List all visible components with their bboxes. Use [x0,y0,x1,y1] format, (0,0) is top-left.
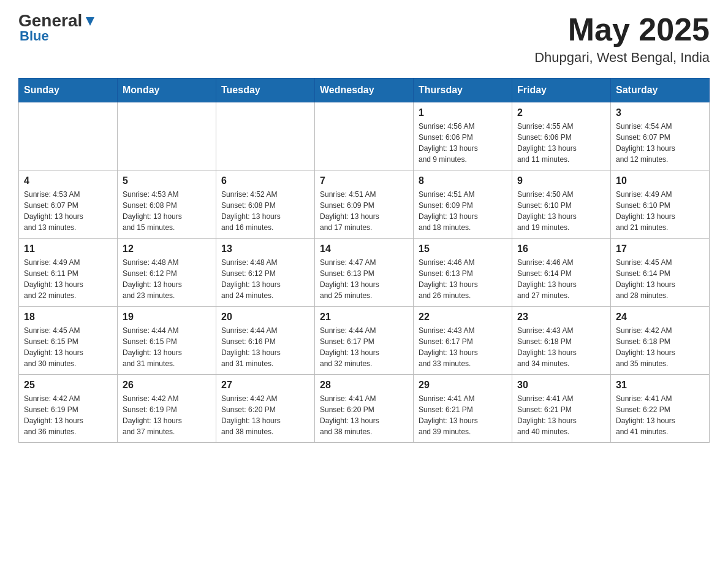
calendar-cell: 2Sunrise: 4:55 AMSunset: 6:06 PMDaylight… [512,102,611,170]
calendar-cell: 16Sunrise: 4:46 AMSunset: 6:14 PMDayligh… [512,239,611,307]
logo: General Blue [18,12,97,44]
day-info: Sunrise: 4:49 AMSunset: 6:10 PMDaylight:… [616,189,704,233]
day-info: Sunrise: 4:54 AMSunset: 6:07 PMDaylight:… [616,121,704,165]
weekday-header-thursday: Thursday [414,79,512,102]
day-info: Sunrise: 4:46 AMSunset: 6:14 PMDaylight:… [517,257,605,301]
calendar-cell: 17Sunrise: 4:45 AMSunset: 6:14 PMDayligh… [611,239,710,307]
day-number: 27 [221,380,309,391]
day-info: Sunrise: 4:43 AMSunset: 6:17 PMDaylight:… [419,325,507,369]
day-number: 7 [320,175,408,186]
day-info: Sunrise: 4:53 AMSunset: 6:07 PMDaylight:… [24,189,112,233]
calendar-cell: 3Sunrise: 4:54 AMSunset: 6:07 PMDaylight… [611,102,710,170]
calendar-cell: 4Sunrise: 4:53 AMSunset: 6:07 PMDaylight… [19,170,118,239]
day-info: Sunrise: 4:56 AMSunset: 6:06 PMDaylight:… [419,121,507,165]
calendar-cell: 21Sunrise: 4:44 AMSunset: 6:17 PMDayligh… [315,307,414,375]
logo-triangle-icon [83,15,97,28]
calendar-cell: 9Sunrise: 4:50 AMSunset: 6:10 PMDaylight… [512,170,611,239]
calendar-cell: 24Sunrise: 4:42 AMSunset: 6:18 PMDayligh… [611,307,710,375]
calendar-cell [315,102,414,170]
calendar-cell: 20Sunrise: 4:44 AMSunset: 6:16 PMDayligh… [216,307,315,375]
calendar-cell: 5Sunrise: 4:53 AMSunset: 6:08 PMDaylight… [118,170,216,239]
day-number: 10 [616,175,704,186]
day-number: 2 [517,107,605,118]
logo-general-text: General [18,12,82,29]
day-number: 24 [616,312,704,323]
day-number: 19 [123,312,211,323]
day-info: Sunrise: 4:41 AMSunset: 6:21 PMDaylight:… [517,393,605,437]
calendar-cell: 10Sunrise: 4:49 AMSunset: 6:10 PMDayligh… [611,170,710,239]
subtitle: Dhupgari, West Bengal, India [534,50,710,66]
calendar-cell: 6Sunrise: 4:52 AMSunset: 6:08 PMDaylight… [216,170,315,239]
day-info: Sunrise: 4:48 AMSunset: 6:12 PMDaylight:… [221,257,309,301]
day-info: Sunrise: 4:41 AMSunset: 6:22 PMDaylight:… [616,393,704,437]
day-info: Sunrise: 4:42 AMSunset: 6:19 PMDaylight:… [24,393,112,437]
day-info: Sunrise: 4:42 AMSunset: 6:18 PMDaylight:… [616,325,704,369]
calendar-cell: 18Sunrise: 4:45 AMSunset: 6:15 PMDayligh… [19,307,118,375]
weekday-header-saturday: Saturday [611,79,710,102]
calendar-cell: 8Sunrise: 4:51 AMSunset: 6:09 PMDaylight… [414,170,512,239]
day-number: 17 [616,243,704,255]
day-number: 12 [123,243,211,255]
calendar-week-3: 11Sunrise: 4:49 AMSunset: 6:11 PMDayligh… [19,239,710,307]
calendar-cell [118,102,216,170]
day-number: 14 [320,243,408,255]
weekday-header-friday: Friday [512,79,611,102]
day-number: 30 [517,380,605,391]
day-info: Sunrise: 4:48 AMSunset: 6:12 PMDaylight:… [123,257,211,301]
calendar-cell: 14Sunrise: 4:47 AMSunset: 6:13 PMDayligh… [315,239,414,307]
calendar-table: SundayMondayTuesdayWednesdayThursdayFrid… [18,78,710,443]
day-number: 31 [616,380,704,391]
day-info: Sunrise: 4:47 AMSunset: 6:13 PMDaylight:… [320,257,408,301]
calendar-cell: 19Sunrise: 4:44 AMSunset: 6:15 PMDayligh… [118,307,216,375]
calendar-week-5: 25Sunrise: 4:42 AMSunset: 6:19 PMDayligh… [19,375,710,443]
weekday-header-tuesday: Tuesday [216,79,315,102]
day-number: 1 [419,107,507,118]
day-number: 29 [419,380,507,391]
day-number: 18 [24,312,112,323]
weekday-header-row: SundayMondayTuesdayWednesdayThursdayFrid… [19,79,710,102]
day-number: 11 [24,243,112,255]
calendar-cell: 11Sunrise: 4:49 AMSunset: 6:11 PMDayligh… [19,239,118,307]
page-header: General Blue May 2025 Dhupgari, West Ben… [18,12,710,66]
weekday-header-monday: Monday [118,79,216,102]
calendar-cell: 7Sunrise: 4:51 AMSunset: 6:09 PMDaylight… [315,170,414,239]
day-info: Sunrise: 4:50 AMSunset: 6:10 PMDaylight:… [517,189,605,233]
day-info: Sunrise: 4:55 AMSunset: 6:06 PMDaylight:… [517,121,605,165]
day-info: Sunrise: 4:44 AMSunset: 6:15 PMDaylight:… [123,325,211,369]
calendar-week-4: 18Sunrise: 4:45 AMSunset: 6:15 PMDayligh… [19,307,710,375]
day-number: 4 [24,175,112,186]
calendar-week-2: 4Sunrise: 4:53 AMSunset: 6:07 PMDaylight… [19,170,710,239]
calendar-cell: 12Sunrise: 4:48 AMSunset: 6:12 PMDayligh… [118,239,216,307]
day-info: Sunrise: 4:46 AMSunset: 6:13 PMDaylight:… [419,257,507,301]
weekday-header-wednesday: Wednesday [315,79,414,102]
calendar-cell: 29Sunrise: 4:41 AMSunset: 6:21 PMDayligh… [414,375,512,443]
day-info: Sunrise: 4:41 AMSunset: 6:20 PMDaylight:… [320,393,408,437]
calendar-week-1: 1Sunrise: 4:56 AMSunset: 6:06 PMDaylight… [19,102,710,170]
day-number: 3 [616,107,704,118]
day-info: Sunrise: 4:42 AMSunset: 6:20 PMDaylight:… [221,393,309,437]
calendar-cell: 25Sunrise: 4:42 AMSunset: 6:19 PMDayligh… [19,375,118,443]
day-info: Sunrise: 4:43 AMSunset: 6:18 PMDaylight:… [517,325,605,369]
calendar-cell [216,102,315,170]
day-number: 15 [419,243,507,255]
calendar-cell: 28Sunrise: 4:41 AMSunset: 6:20 PMDayligh… [315,375,414,443]
main-title: May 2025 [534,12,710,47]
svg-marker-0 [86,17,94,26]
day-number: 23 [517,312,605,323]
day-number: 8 [419,175,507,186]
day-number: 5 [123,175,211,186]
day-info: Sunrise: 4:42 AMSunset: 6:19 PMDaylight:… [123,393,211,437]
day-info: Sunrise: 4:51 AMSunset: 6:09 PMDaylight:… [320,189,408,233]
day-number: 20 [221,312,309,323]
day-number: 25 [24,380,112,391]
calendar-cell: 27Sunrise: 4:42 AMSunset: 6:20 PMDayligh… [216,375,315,443]
weekday-header-sunday: Sunday [19,79,118,102]
day-info: Sunrise: 4:52 AMSunset: 6:08 PMDaylight:… [221,189,309,233]
day-info: Sunrise: 4:44 AMSunset: 6:17 PMDaylight:… [320,325,408,369]
calendar-cell: 23Sunrise: 4:43 AMSunset: 6:18 PMDayligh… [512,307,611,375]
day-info: Sunrise: 4:45 AMSunset: 6:15 PMDaylight:… [24,325,112,369]
calendar-cell: 26Sunrise: 4:42 AMSunset: 6:19 PMDayligh… [118,375,216,443]
calendar-cell: 30Sunrise: 4:41 AMSunset: 6:21 PMDayligh… [512,375,611,443]
day-info: Sunrise: 4:49 AMSunset: 6:11 PMDaylight:… [24,257,112,301]
day-info: Sunrise: 4:41 AMSunset: 6:21 PMDaylight:… [419,393,507,437]
